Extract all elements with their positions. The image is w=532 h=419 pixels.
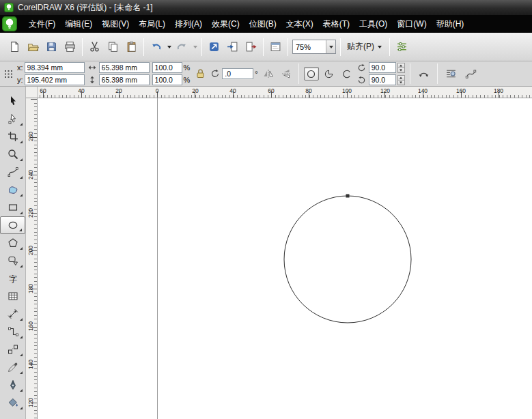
import-button[interactable] [223,38,242,56]
ellipse-tool-icon [8,220,18,231]
menu-arrange[interactable]: 排列(A) [170,14,207,34]
undo-dropdown-arrow[interactable] [165,38,173,56]
open-button[interactable] [24,38,42,56]
mirror-vertical-button[interactable] [279,67,294,81]
blend-tool[interactable] [0,341,25,358]
copy-button[interactable] [104,38,122,56]
new-document-button[interactable] [5,38,24,56]
polygon-tool[interactable] [0,234,25,252]
welcome-screen-button[interactable] [266,38,285,56]
propbar-separator [298,63,299,84]
mirror-horizontal-icon [263,69,274,78]
ellipse-mode-button[interactable] [304,67,319,81]
zoom-level-input[interactable] [293,43,326,51]
save-button[interactable] [42,38,61,56]
x-position-field[interactable] [25,62,85,73]
menu-table[interactable]: 表格(T) [318,14,354,34]
hruler-label: 40 [229,87,236,94]
lock-ratio-button[interactable] [193,67,208,81]
rectangle-tool[interactable] [0,199,25,216]
menu-window[interactable]: 窗口(W) [392,14,431,34]
cut-button[interactable] [85,38,104,56]
shape-tool[interactable] [0,110,25,128]
titlebar: CorelDRAW X6 (评估版) - [未命名 -1] [0,0,532,15]
end-angle-spinner[interactable] [397,75,405,85]
zoom-tool[interactable] [0,145,25,163]
text-tool[interactable]: 字 [0,270,25,287]
start-angle-field[interactable] [369,62,396,73]
object-origin-grid-icon[interactable] [4,68,14,79]
options-button[interactable] [393,38,411,56]
fill-tool[interactable] [0,394,25,411]
mirror-horizontal-button[interactable] [261,67,276,81]
window-title: CorelDRAW X6 (评估版) - [未命名 -1] [18,2,153,14]
print-button[interactable] [61,38,79,56]
width-field[interactable] [99,62,150,73]
paste-button[interactable] [122,38,141,56]
mirror-vertical-icon [281,69,292,78]
pick-tool[interactable] [0,92,25,110]
table-tool[interactable] [0,287,25,305]
x-label: x: [17,63,23,72]
arc-mode-icon [341,69,352,79]
canvas[interactable] [38,98,532,419]
outline-pen-tool[interactable] [0,376,25,394]
change-direction-button[interactable] [415,66,432,82]
coreldraw-window: CorelDRAW X6 (评估版) - [未命名 -1] 文件(F) 编辑(E… [0,0,532,419]
arc-mode-button[interactable] [339,67,354,81]
start-angle-spinner[interactable] [397,63,405,73]
undo-button[interactable] [147,38,165,56]
wrap-text-button[interactable] [443,66,460,82]
smart-fill-tool[interactable] [0,181,25,199]
menu-view[interactable]: 视图(V) [97,14,134,34]
menu-bitmaps[interactable]: 位图(B) [244,14,281,34]
convert-to-curve-icon [465,68,477,80]
blend-tool-icon [8,344,18,355]
vruler-label: 220 [26,208,36,218]
end-angle-field[interactable] [369,74,396,85]
ruler-origin-corner[interactable] [26,87,38,98]
circle-top-node[interactable] [346,194,350,198]
scale-y-field[interactable] [152,74,182,85]
hruler-label: 160 [456,87,466,94]
convert-to-curve-button[interactable] [462,66,479,82]
menu-effects[interactable]: 效果(C) [207,14,244,34]
horizontal-ruler[interactable]: 60 40 20 0 20 40 60 80 100 120 140 160 1… [38,87,532,98]
height-field[interactable] [99,74,150,85]
snap-dropdown[interactable]: 贴齐(P) [344,35,387,59]
menu-tools[interactable]: 工具(O) [354,14,392,34]
pie-mode-icon [324,69,334,79]
basic-shapes-tool[interactable] [0,252,25,270]
crop-tool[interactable] [0,128,25,145]
menu-help[interactable]: 帮助(H) [432,14,469,34]
vertical-ruler[interactable]: 260 240 220 200 180 160 140 120 [26,98,38,419]
ellipse-tool[interactable] [0,216,25,234]
rotation-angle-field[interactable] [222,68,253,79]
toolbar-separator [263,38,264,56]
menu-file[interactable]: 文件(F) [24,14,60,34]
zoom-dropdown-arrow[interactable] [326,40,335,53]
snap-dropdown-arrow[interactable] [376,38,383,56]
freehand-tool[interactable] [0,163,25,181]
toolbar-separator [201,38,202,56]
export-button[interactable] [242,38,260,56]
pie-mode-button[interactable] [322,67,337,81]
print-icon [64,41,76,53]
drawn-circle[interactable] [284,196,411,323]
zoom-combo[interactable] [292,40,336,54]
hruler-label: 120 [380,87,390,94]
menu-text[interactable]: 文本(X) [281,14,318,34]
hruler-label: 80 [305,87,311,94]
straight-line-connector-tool[interactable] [0,323,25,341]
menu-edit[interactable]: 编辑(E) [60,14,97,34]
table-tool-icon [8,291,18,302]
y-position-field[interactable] [25,74,85,85]
menu-layout[interactable]: 布局(L) [134,14,170,34]
parallel-dimension-tool[interactable] [0,305,25,323]
coreldraw-menubar-logo-icon[interactable] [2,16,18,31]
color-eyedropper-tool[interactable] [0,358,25,376]
redo-dropdown-arrow[interactable] [191,38,199,56]
scale-x-field[interactable] [152,62,182,73]
redo-button[interactable] [173,38,191,56]
application-launcher-button[interactable] [205,38,223,56]
